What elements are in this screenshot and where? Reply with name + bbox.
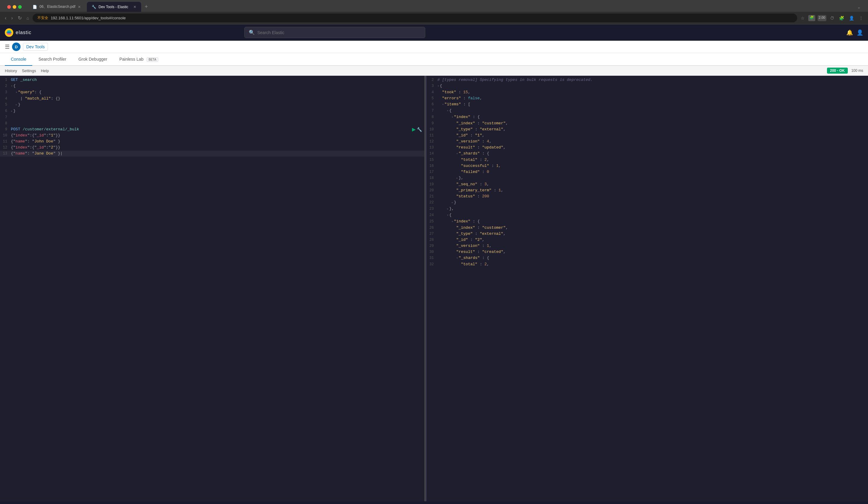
notifications-icon[interactable]: 🔔: [846, 29, 853, 36]
menu-icon[interactable]: ⋮: [858, 15, 864, 21]
tab-devtools[interactable]: 🔧 Dev Tools - Elastic ✕: [87, 2, 141, 12]
tab-search-profiler[interactable]: Search Profiler: [32, 53, 72, 66]
elastic-logo-text: elastic: [16, 30, 31, 35]
output-line-11: 11 "_id" : "1",: [426, 132, 868, 139]
tab-devtools-close[interactable]: ✕: [133, 5, 136, 9]
browser-chrome: 📄 06、ElasticSearch.pdf ✕ 🔧 Dev Tools - E…: [0, 0, 868, 24]
tab-bar: 📄 06、ElasticSearch.pdf ✕ 🔧 Dev Tools - E…: [0, 0, 868, 12]
output-line-21: 21 "status" : 200: [426, 193, 868, 200]
search-icon: 🔍: [249, 30, 255, 35]
editor-container: 1 GET _search 2 ▾{ 3 ▾"query": { 4 | "ma…: [0, 76, 868, 501]
url-display: 192.168.1.11:5601/app/dev_tools#/console: [51, 16, 126, 20]
status-badge: 200 - OK: [827, 68, 848, 74]
search-bar-wrapper: 🔍: [244, 27, 425, 38]
settings-button[interactable]: Settings: [22, 69, 36, 73]
output-line-5: 5 "errors" : false,: [426, 95, 868, 101]
address-bar[interactable]: 不安全 192.168.1.11:5601/app/dev_tools#/con…: [33, 13, 797, 22]
editor-output-pane[interactable]: 2 # [types removal] Specifying types in …: [426, 76, 868, 501]
home-button[interactable]: ⌂: [25, 14, 30, 22]
output-line-17: 17 "failed" : 0: [426, 169, 868, 175]
editor-input-pane[interactable]: 1 GET _search 2 ▾{ 3 ▾"query": { 4 | "ma…: [0, 76, 425, 501]
output-line-14: 14 ▾"_shards" : {: [426, 151, 868, 157]
back-button[interactable]: ‹: [4, 14, 8, 22]
output-line-13: 13 "result" : "updated",: [426, 144, 868, 151]
code-line-12: 12 {"index":{"_id":"2"}}: [0, 144, 424, 151]
help-header-icon[interactable]: 👤: [857, 29, 863, 36]
output-line-3: 3 ▾{: [426, 83, 868, 89]
wrench-button[interactable]: 🔧: [417, 127, 422, 132]
code-line-6: 6 ▸}: [0, 108, 424, 114]
output-line-31: 31 ▾"_shards" : {: [426, 255, 868, 261]
code-line-9: 9 POST /customer/external/_bulk ▶ 🔧: [0, 127, 424, 132]
output-line-27: 27 "_type" : "external",: [426, 231, 868, 237]
output-line-18: 18 ▸},: [426, 175, 868, 181]
tab-pdf-close[interactable]: ✕: [78, 5, 81, 9]
code-line-13: 13 {"name": "Jane Doe" }|: [0, 151, 424, 157]
hamburger-menu-button[interactable]: ☰: [5, 43, 10, 50]
output-line-23: 23 ▸},: [426, 206, 868, 212]
tab-painless-lab[interactable]: Painless Lab BETA: [113, 53, 164, 66]
beta-badge: BETA: [147, 57, 158, 62]
output-line-25: 25 ▾"index" : {: [426, 219, 868, 225]
output-line-20: 20 "_primary_term" : 1,: [426, 188, 868, 193]
close-window-button[interactable]: [7, 5, 11, 9]
tab-pdf-favicon: 📄: [33, 5, 37, 9]
code-line-8: 8: [0, 120, 424, 127]
maximize-window-button[interactable]: [18, 5, 22, 9]
output-line-29: 29 "_version" : 1,: [426, 243, 868, 249]
output-line-10: 10 "_type" : "external",: [426, 127, 868, 132]
code-line-1: 1 GET _search: [0, 77, 424, 83]
tab-pdf[interactable]: 📄 06、ElasticSearch.pdf ✕: [28, 2, 86, 12]
app-badge: D: [12, 42, 21, 51]
output-line-8: 8 ▾"index" : {: [426, 114, 868, 120]
time-badge: 100 ms: [851, 69, 863, 73]
puzzle-icon[interactable]: 🧩: [838, 15, 845, 21]
history-button[interactable]: History: [5, 69, 17, 73]
output-line-30: 30 "result" : "created",: [426, 249, 868, 255]
user-icon[interactable]: 👤: [848, 15, 855, 21]
elastic-logo: elastic: [5, 28, 31, 37]
app-toolbar: ☰ D Dev Tools: [0, 41, 868, 53]
browser-nav-actions: ☆ 🧩 2.00 ⏱ 🧩 👤 ⋮: [799, 15, 864, 21]
extension-badge-200[interactable]: 2.00: [818, 15, 826, 21]
output-line-4: 4 "took" : 15,: [426, 89, 868, 95]
code-line-10: 10 {"index":{"_id":"1"}}: [0, 132, 424, 139]
output-line-2: 2 # [types removal] Specifying types in …: [426, 77, 868, 83]
output-line-22: 22 ▸}: [426, 200, 868, 206]
output-line-15: 15 "total" : 2,: [426, 157, 868, 163]
tab-pdf-title: 06、ElasticSearch.pdf: [40, 4, 75, 9]
header-icons: 🔔 👤: [846, 29, 863, 36]
tab-devtools-title: Dev Tools - Elastic: [99, 5, 128, 9]
output-line-28: 28 "_id" : "2",: [426, 237, 868, 243]
security-warning: 不安全: [38, 16, 48, 21]
tab-grok-debugger[interactable]: Grok Debugger: [72, 53, 113, 66]
output-line-12: 12 "_version" : 4,: [426, 139, 868, 144]
code-line-4: 4 | "match_all": {}: [0, 96, 424, 102]
search-input[interactable]: [257, 30, 421, 35]
code-line-7: 7: [0, 114, 424, 120]
console-toolbar: History Settings Help 200 - OK 100 ms: [0, 66, 868, 76]
editor-output-content: 2 # [types removal] Specifying types in …: [426, 76, 868, 269]
output-line-16: 16 "successful" : 1,: [426, 163, 868, 169]
new-tab-button[interactable]: +: [142, 2, 151, 12]
clock-icon[interactable]: ⏱: [829, 15, 835, 21]
app-title: Dev Tools: [23, 43, 48, 51]
tab-devtools-favicon: 🔧: [92, 5, 96, 9]
output-line-6: 6 ▾"items" : [: [426, 101, 868, 108]
help-button[interactable]: Help: [41, 69, 49, 73]
minimize-window-button[interactable]: [13, 5, 16, 9]
bookmark-icon[interactable]: ☆: [799, 15, 806, 21]
search-bar[interactable]: 🔍: [244, 27, 425, 38]
elastic-app: elastic 🔍 🔔 👤 ☰ D Dev Tools Console Sear…: [0, 24, 868, 501]
elastic-logo-icon: [5, 28, 13, 37]
tab-console[interactable]: Console: [5, 53, 32, 66]
forward-button[interactable]: ›: [10, 14, 14, 22]
devtools-tabs: Console Search Profiler Grok Debugger Pa…: [0, 53, 868, 66]
extensions-icon[interactable]: 🧩: [808, 15, 815, 21]
reload-button[interactable]: ↻: [17, 14, 23, 22]
output-line-26: 26 "_index" : "customer",: [426, 225, 868, 231]
editor-input-content: 1 GET _search 2 ▾{ 3 ▾"query": { 4 | "ma…: [0, 76, 424, 158]
navigation-bar: ‹ › ↻ ⌂ 不安全 192.168.1.11:5601/app/dev_to…: [0, 12, 868, 24]
code-line-3: 3 ▾"query": {: [0, 89, 424, 96]
run-query-button[interactable]: ▶: [412, 127, 416, 132]
